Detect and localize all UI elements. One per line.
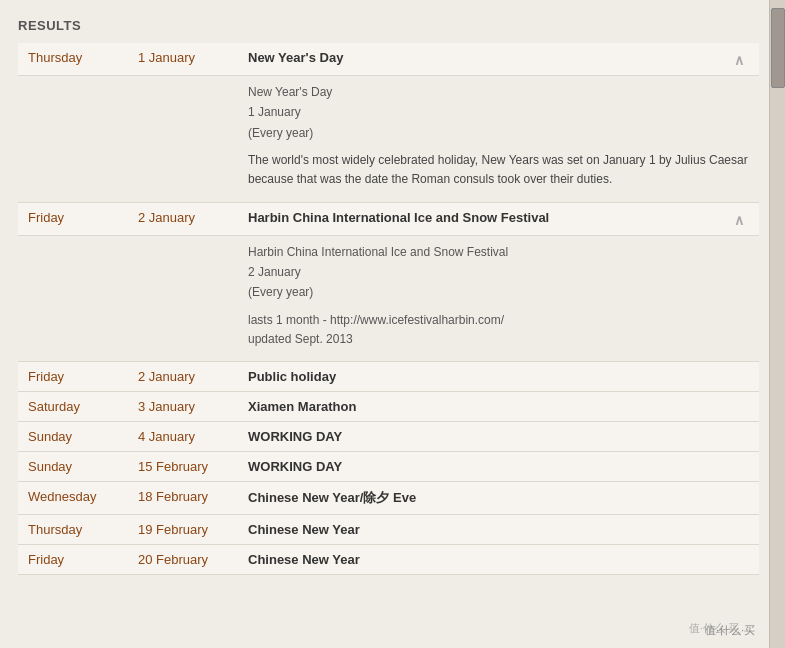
results-table: Thursday1 January∧New Year's DayNew Year… [18, 43, 759, 575]
results-header: RESULTS [18, 18, 759, 33]
app-container: RESULTS Thursday1 January∧New Year's Day… [0, 0, 785, 648]
date-cell: 4 January [128, 422, 238, 452]
day-cell: Thursday [18, 43, 128, 76]
date-cell: 1 January [128, 43, 238, 76]
event-name-cell: Xiamen Marathon [238, 392, 759, 422]
event-name-cell: Chinese New Year [238, 545, 759, 575]
event-name-cell: WORKING DAY [238, 422, 759, 452]
day-cell: Wednesday [18, 482, 128, 515]
detail-description: The world's most widely celebrated holid… [248, 151, 749, 189]
day-cell: Thursday [18, 515, 128, 545]
event-name-cell: Public holiday [238, 362, 759, 392]
scrollbar-thumb[interactable] [771, 8, 785, 88]
table-row[interactable]: Friday20 FebruaryChinese New Year [18, 545, 759, 575]
table-row[interactable]: Sunday15 FebruaryWORKING DAY [18, 452, 759, 482]
detail-row: New Year's Day 1 January (Every year)The… [18, 76, 759, 203]
watermark-overlay: 值·什么·买 [689, 621, 739, 636]
day-cell: Friday [18, 202, 128, 235]
day-cell: Friday [18, 362, 128, 392]
table-row[interactable]: Sunday4 JanuaryWORKING DAY [18, 422, 759, 452]
date-cell: 18 February [128, 482, 238, 515]
date-cell: 20 February [128, 545, 238, 575]
date-cell: 2 January [128, 202, 238, 235]
table-row[interactable]: Saturday3 JanuaryXiamen Marathon [18, 392, 759, 422]
day-cell: Sunday [18, 422, 128, 452]
detail-row: Harbin China International Ice and Snow … [18, 235, 759, 362]
event-name-cell: Chinese New Year/除夕 Eve [238, 482, 759, 515]
results-panel[interactable]: RESULTS Thursday1 January∧New Year's Day… [0, 0, 769, 648]
collapse-button[interactable]: ∧ [734, 52, 744, 68]
collapse-button[interactable]: ∧ [734, 212, 744, 228]
table-row[interactable]: Friday2 January∧Harbin China Internation… [18, 202, 759, 235]
event-name-cell: ∧New Year's Day [238, 43, 759, 76]
event-name-cell: ∧Harbin China International Ice and Snow… [238, 202, 759, 235]
detail-extra: lasts 1 month - http://www.icefestivalha… [248, 311, 749, 349]
scrollbar[interactable] [769, 0, 785, 648]
detail-cell: Harbin China International Ice and Snow … [18, 235, 759, 362]
detail-cell: New Year's Day 1 January (Every year)The… [18, 76, 759, 203]
date-cell: 15 February [128, 452, 238, 482]
day-cell: Saturday [18, 392, 128, 422]
table-row[interactable]: Friday2 JanuaryPublic holiday [18, 362, 759, 392]
date-cell: 2 January [128, 362, 238, 392]
event-name-cell: WORKING DAY [238, 452, 759, 482]
table-row[interactable]: Thursday19 FebruaryChinese New Year [18, 515, 759, 545]
day-cell: Friday [18, 545, 128, 575]
table-row[interactable]: Wednesday18 FebruaryChinese New Year/除夕 … [18, 482, 759, 515]
date-cell: 19 February [128, 515, 238, 545]
event-name-cell: Chinese New Year [238, 515, 759, 545]
date-cell: 3 January [128, 392, 238, 422]
detail-title: Harbin China International Ice and Snow … [248, 242, 749, 303]
detail-title: New Year's Day 1 January (Every year) [248, 82, 749, 143]
table-row[interactable]: Thursday1 January∧New Year's Day [18, 43, 759, 76]
day-cell: Sunday [18, 452, 128, 482]
